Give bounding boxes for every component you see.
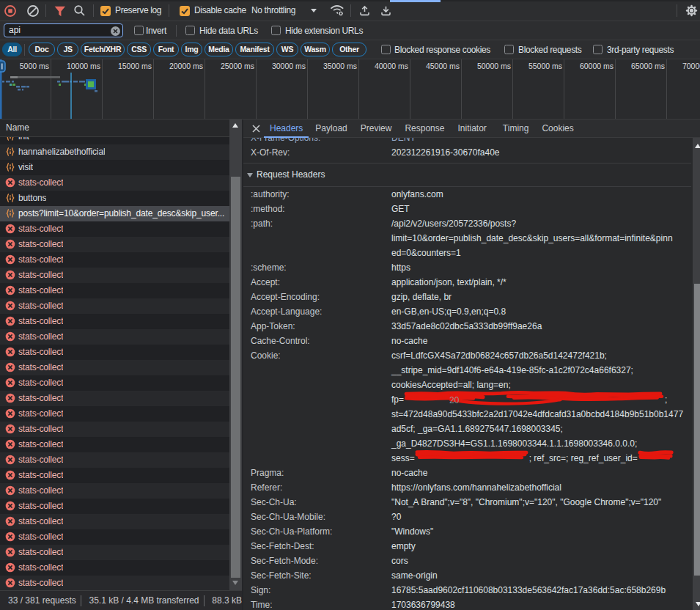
scroll-up-icon[interactable] (692, 142, 700, 151)
tab-timing[interactable]: Timing (497, 120, 535, 138)
filter-chip-css[interactable]: CSS (127, 43, 151, 56)
request-name: stats-collect (18, 378, 63, 388)
filter-chip-wasm[interactable]: Wasm (301, 43, 330, 56)
clear-button[interactable] (26, 4, 40, 20)
tab-payload[interactable]: Payload (309, 120, 353, 138)
request-row[interactable]: stats-collect (0, 576, 229, 591)
invert-label: Invert (146, 21, 166, 40)
hide-extension-urls-checkbox[interactable] (271, 26, 281, 35)
blocked-requests-checkbox[interactable] (504, 45, 514, 54)
failed-request-icon (5, 470, 15, 480)
settings-gear-icon[interactable] (685, 4, 698, 19)
request-row[interactable]: stats-collect (0, 468, 229, 483)
network-conditions-icon[interactable] (330, 4, 345, 20)
request-row[interactable]: stats-collect (0, 375, 229, 391)
request-row[interactable]: init (0, 137, 229, 144)
third-party-requests-label: 3rd-party requests (607, 40, 674, 59)
filter-chip-font[interactable]: Font (153, 43, 179, 56)
request-row[interactable]: stats-collect (0, 452, 229, 468)
filter-chip-js[interactable]: JS (57, 43, 78, 56)
tab-response[interactable]: Response (399, 120, 450, 138)
request-headers-section-title[interactable]: Request Headers (243, 163, 691, 186)
value-text: gzip, deflate, br (391, 292, 452, 302)
scroll-up-icon[interactable] (229, 121, 242, 131)
export-har-icon[interactable] (380, 4, 392, 19)
request-row[interactable]: stats-collect (0, 237, 229, 252)
scroll-down-icon[interactable] (229, 578, 242, 588)
filter-chip-fetch-xhr[interactable]: Fetch/XHR (81, 43, 125, 56)
network-overview-timeline[interactable]: 5000 ms10000 ms15000 ms20000 ms25000 ms3… (0, 59, 700, 120)
request-row[interactable]: stats-collect (0, 221, 229, 237)
third-party-requests-checkbox[interactable] (593, 45, 603, 54)
request-row[interactable]: buttons (0, 191, 229, 206)
request-row[interactable]: stats-collect (0, 545, 229, 560)
request-row[interactable]: stats-collect (0, 529, 229, 545)
failed-request-icon (5, 424, 15, 434)
filter-chip-ws[interactable]: WS (276, 43, 298, 56)
request-row[interactable]: stats-collect (0, 499, 229, 514)
failed-request-icon (5, 331, 15, 342)
tab-initiator[interactable]: Initiator (452, 120, 492, 138)
requests-count: 33 / 381 requests (8, 595, 76, 606)
filter-chip-img[interactable]: Img (181, 43, 202, 56)
header-row: X-Of-Rev:202312261916-30670fa40e (243, 145, 691, 159)
filter-chip-other[interactable]: Other (332, 43, 366, 56)
request-row[interactable]: stats-collect (0, 514, 229, 529)
header-value: "Not_A Brand";v="8", "Chromium";v="120",… (391, 495, 661, 510)
request-row[interactable]: stats-collect (0, 422, 229, 437)
blocked-response-cookies-checkbox[interactable] (381, 45, 391, 54)
filter-input[interactable]: api (4, 23, 123, 37)
header-name: App-Token: (251, 319, 391, 334)
header-row: Pragma:no-cache (243, 466, 691, 480)
request-row[interactable]: stats-collect (0, 391, 229, 406)
search-icon-button[interactable] (73, 4, 86, 19)
request-row[interactable]: stats-collect (0, 252, 229, 268)
header-value: https (391, 260, 410, 275)
request-row[interactable]: stats-collect (0, 175, 229, 191)
request-row[interactable]: stats-collect (0, 283, 229, 298)
close-details-icon[interactable] (251, 123, 262, 134)
throttling-select[interactable]: No throttling (251, 0, 295, 21)
request-row[interactable]: hannahelizabethofficial (0, 144, 229, 160)
filter-chip-doc[interactable]: Doc (29, 43, 55, 56)
request-row[interactable]: stats-collect (0, 483, 229, 499)
import-har-icon[interactable] (358, 4, 371, 19)
scroll-down-icon[interactable] (693, 600, 700, 609)
filter-chip-manifest[interactable]: Manifest (235, 43, 274, 56)
details-scrollbar-thumb[interactable] (694, 284, 700, 576)
header-value-line: sess=; ref_src=; reg_ref_user_id= (391, 451, 683, 466)
filter-icon-button[interactable] (54, 6, 66, 19)
invert-checkbox[interactable] (134, 26, 144, 35)
request-row[interactable]: stats-collect (0, 406, 229, 422)
filter-chip-media[interactable]: Media (205, 43, 233, 56)
details-scrollbar[interactable] (693, 138, 700, 610)
preserve-log-checkbox[interactable] (100, 6, 111, 16)
request-row[interactable]: visit (0, 160, 229, 175)
header-row: Time:1703636799438 (243, 598, 691, 610)
request-row[interactable]: stats-collect (0, 314, 229, 329)
name-column-header[interactable]: Name (0, 120, 229, 137)
failed-request-icon (5, 408, 15, 419)
requests-scrollbar-thumb[interactable] (231, 177, 240, 578)
failed-request-icon (5, 362, 15, 372)
hide-data-urls-checkbox[interactable] (185, 26, 195, 35)
tab-preview[interactable]: Preview (355, 120, 398, 138)
request-row[interactable]: stats-collect (0, 298, 229, 314)
header-value: onlyfans.com (391, 187, 443, 202)
clear-filter-icon[interactable] (111, 26, 120, 36)
disable-cache-checkbox[interactable] (180, 6, 190, 16)
request-name: stats-collect (18, 347, 63, 357)
request-row[interactable]: stats-collect (0, 360, 229, 375)
request-row[interactable]: stats-collect (0, 437, 229, 452)
request-row[interactable]: stats-collect (0, 329, 229, 345)
request-row[interactable]: stats-collect (0, 560, 229, 576)
request-row[interactable]: posts?limit=10&order=publish_date_desc&s… (0, 206, 229, 221)
tab-headers[interactable]: Headers (264, 120, 309, 138)
request-row[interactable]: stats-collect (0, 345, 229, 360)
record-button[interactable] (3, 4, 18, 21)
filter-chip-all[interactable]: All (2, 43, 22, 56)
tab-cookies[interactable]: Cookies (536, 120, 579, 138)
throttling-caret-icon (311, 9, 317, 12)
request-row[interactable]: stats-collect (0, 268, 229, 283)
requests-scrollbar[interactable] (229, 120, 242, 590)
